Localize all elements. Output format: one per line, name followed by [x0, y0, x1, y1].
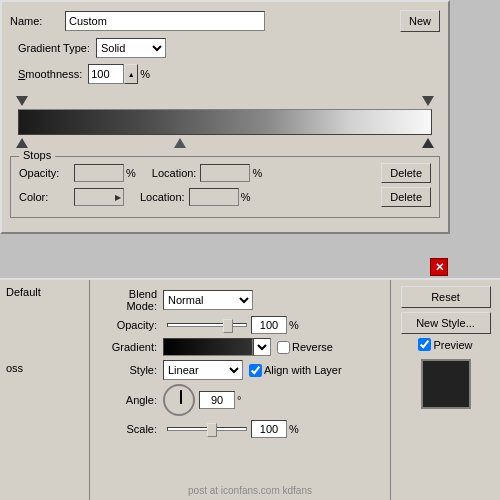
opacity-stop-row: Opacity: % Location: % Delete	[19, 163, 431, 183]
color-swatch[interactable]: ▶	[74, 188, 124, 206]
opacity-row: Opacity: %	[98, 316, 382, 334]
scale-value[interactable]	[251, 420, 287, 438]
new-style-button[interactable]: New Style...	[401, 312, 491, 334]
angle-row: Angle: °	[98, 384, 382, 416]
style-row: Style: Linear Radial Angle Align with La…	[98, 360, 382, 380]
location-input-1[interactable]	[200, 164, 250, 182]
gradient-dropdown[interactable]	[253, 338, 271, 356]
smoothness-spin-btn[interactable]: ▲	[124, 64, 138, 84]
opacity-value-input[interactable]	[74, 164, 124, 182]
location-label-1: Location:	[152, 167, 197, 179]
sidebar-item-default[interactable]: Default	[0, 284, 89, 300]
gradient-bar-container	[10, 92, 440, 152]
gradient-bar[interactable]	[18, 109, 432, 135]
style-label: Style:	[98, 364, 163, 376]
gradient-row: Gradient: Reverse	[98, 338, 382, 356]
scale-slider[interactable]	[167, 427, 247, 431]
reverse-checkbox-label: Reverse	[277, 341, 333, 354]
watermark-text: post at iconfans.com kdfans	[188, 485, 312, 496]
color-arrow-icon: ▶	[115, 193, 123, 202]
svg-marker-4	[422, 138, 434, 148]
blend-mode-select[interactable]: Normal Multiply Screen	[163, 290, 253, 310]
color-stop-row: Color: ▶ Location: % Delete	[19, 187, 431, 207]
opacity-unit: %	[126, 167, 136, 179]
main-controls: Blend Mode: Normal Multiply Screen Opaci…	[90, 280, 390, 500]
preview-label: Preview	[418, 338, 472, 351]
close-icon: ✕	[435, 261, 444, 274]
svg-marker-2	[16, 138, 28, 148]
reverse-checkbox[interactable]	[277, 341, 290, 354]
scale-row: Scale: %	[98, 420, 382, 438]
smoothness-label: Smoothness:	[18, 68, 82, 80]
opacity-thumb[interactable]	[223, 319, 233, 333]
stops-legend: Stops	[19, 149, 55, 161]
opacity-label: Opacity:	[19, 167, 74, 179]
color-label: Color:	[19, 191, 74, 203]
gradient-type-row: Gradient Type: Solid Noise	[18, 38, 440, 58]
blend-mode-row: Blend Mode: Normal Multiply Screen	[98, 288, 382, 312]
blend-mode-label: Blend Mode:	[98, 288, 163, 312]
scale-label: Scale:	[98, 423, 163, 435]
gradient-preview[interactable]	[163, 338, 253, 356]
angle-input[interactable]	[199, 391, 235, 409]
sidebar-item-oss-label: oss	[6, 362, 23, 374]
gradient-label: Gradient:	[98, 341, 163, 353]
angle-label: Angle:	[98, 394, 163, 406]
new-button[interactable]: New	[400, 10, 440, 32]
sidebar-item-default-label: Default	[6, 286, 41, 298]
gradient-editor-dialog: Name: New Gradient Type: Solid Noise Smo…	[0, 0, 450, 234]
preview-checkbox[interactable]	[418, 338, 431, 351]
opacity-stop-right[interactable]	[422, 96, 434, 108]
align-layer-label: Align with Layer	[249, 364, 342, 377]
opacity-unit: %	[289, 319, 299, 331]
sidebar: Default oss	[0, 280, 90, 500]
color-stop-right[interactable]	[422, 136, 434, 148]
smoothness-input[interactable]	[88, 64, 124, 84]
location-unit-1: %	[252, 167, 262, 179]
smoothness-row: Smoothness: ▲ %	[18, 64, 440, 84]
location-label-2: Location:	[140, 191, 185, 203]
scale-thumb[interactable]	[207, 423, 217, 437]
name-label: Name:	[10, 15, 65, 27]
reset-button[interactable]: Reset	[401, 286, 491, 308]
angle-dial[interactable]	[163, 384, 195, 416]
angle-needle	[180, 390, 182, 404]
stops-group: Stops Opacity: % Location: % Delete Colo…	[10, 156, 440, 218]
svg-marker-3	[174, 138, 186, 148]
scale-unit: %	[289, 423, 299, 435]
watermark: post at iconfans.com kdfans	[0, 485, 500, 496]
right-panel: Reset New Style... Preview	[390, 280, 500, 500]
smoothness-unit: %	[140, 68, 150, 80]
layer-style-panel: Default oss Blend Mode: Normal Multiply …	[0, 278, 500, 500]
delete-button-2[interactable]: Delete	[381, 187, 431, 207]
sidebar-item-oss[interactable]: oss	[0, 360, 89, 376]
panel-inner: Default oss Blend Mode: Normal Multiply …	[0, 280, 500, 500]
svg-marker-0	[16, 96, 28, 106]
color-stop-left[interactable]	[16, 136, 28, 148]
angle-unit: °	[237, 394, 241, 406]
reverse-label: Reverse	[292, 341, 333, 353]
location-unit-2: %	[241, 191, 251, 203]
location-input-2[interactable]	[189, 188, 239, 206]
layer-opacity-label: Opacity:	[98, 319, 163, 331]
name-input[interactable]	[65, 11, 265, 31]
close-button[interactable]: ✕	[430, 258, 448, 276]
preview-swatch	[421, 359, 471, 409]
delete-button-1[interactable]: Delete	[381, 163, 431, 183]
name-row: Name: New	[10, 10, 440, 32]
svg-marker-1	[422, 96, 434, 106]
gradient-type-label: Gradient Type:	[18, 42, 90, 54]
sidebar-item-empty2	[0, 330, 89, 360]
align-layer-text: Align with Layer	[264, 364, 342, 376]
opacity-value-field[interactable]	[251, 316, 287, 334]
sidebar-item-empty1	[0, 300, 89, 330]
opacity-slider[interactable]	[167, 323, 247, 327]
opacity-stop-left[interactable]	[16, 96, 28, 108]
align-layer-checkbox[interactable]	[249, 364, 262, 377]
color-stop-mid[interactable]	[174, 136, 186, 148]
preview-text: Preview	[433, 339, 472, 351]
style-select[interactable]: Linear Radial Angle	[163, 360, 243, 380]
gradient-type-select[interactable]: Solid Noise	[96, 38, 166, 58]
